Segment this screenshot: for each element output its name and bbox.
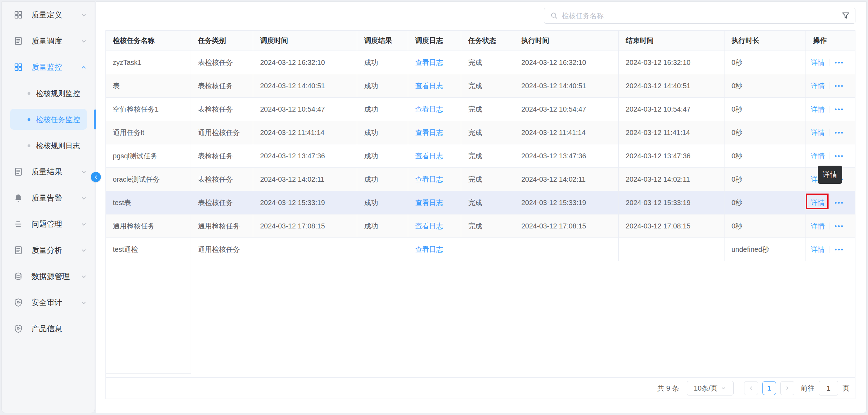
sidebar-menu: 质量定义质量调度质量监控检核规则监控检核任务监控检核规则日志质量结果质量告警问题… [2,2,95,342]
divider [830,82,830,89]
sidebar-item-quality-monitoring[interactable]: 质量监控 [2,54,95,80]
cell-duration: 0秒 [724,191,806,214]
bullet-dot-icon [28,92,30,95]
cell-name: oracle测试任务 [106,168,191,191]
column-header: 检核任务名称 [106,31,191,51]
sidebar-subitem-task-monitoring[interactable]: 检核任务监控 [2,106,95,133]
detail-link[interactable]: 详情 [811,128,825,137]
sidebar-item-issue-management[interactable]: 问题管理 [2,211,95,237]
detail-link[interactable]: 详情 [811,58,825,67]
cell-operations: 详情 [806,238,855,261]
sidebar-item-product-info[interactable]: 产品信息 [2,316,95,342]
view-log-link[interactable]: 查看日志 [415,81,443,91]
sidebar-subitem-label: 检核任务监控 [36,115,80,124]
sidebar-item-quality-analysis[interactable]: 质量分析 [2,237,95,263]
sidebar-subitem-rule-logs[interactable]: 检核规则日志 [2,133,95,159]
cell-name: 通用检核任务 [106,214,191,238]
column-header: 调度结果 [357,31,408,51]
more-actions-ellipsis-icon[interactable] [835,202,843,204]
cell-end_time: 2024-03-12 10:54:47 [619,98,724,121]
column-header: 调度日志 [408,31,461,51]
cell-result: 成功 [357,214,408,238]
detail-link[interactable]: 详情 [811,245,825,254]
cell-duration: 0秒 [724,121,806,144]
sidebar-item-label: 数据源管理 [31,271,70,282]
cell-type: 通用检核任务 [191,214,253,238]
column-header: 执行时间 [514,31,619,51]
sidebar-subitem-label: 检核规则监控 [36,89,80,98]
table-row: 空值检核任务1表检核任务2024-03-12 10:54:47成功查看日志完成2… [106,98,855,121]
view-log-link[interactable]: 查看日志 [415,198,443,208]
sidebar-item-label: 质量分析 [31,245,62,256]
sidebar-item-quality-scheduling[interactable]: 质量调度 [2,28,95,54]
prev-page-button[interactable] [744,381,758,395]
cell-type: 表检核任务 [191,51,253,74]
detail-link[interactable]: 详情 [811,151,825,161]
cell-name: 通用任务lt [106,121,191,144]
divider [830,59,830,66]
more-actions-ellipsis-icon[interactable] [835,108,843,110]
more-actions-ellipsis-icon[interactable] [835,225,843,227]
view-log-link[interactable]: 查看日志 [415,151,443,161]
more-actions-ellipsis-icon[interactable] [835,85,843,87]
cell-exec_time: 2024-03-12 11:41:14 [514,121,619,144]
cell-exec_time: 2024-03-12 13:47:36 [514,144,619,168]
view-log-link[interactable]: 查看日志 [415,175,443,184]
cell-name: 空值检核任务1 [106,98,191,121]
cell-duration: 0秒 [724,74,806,98]
search-input[interactable] [562,12,838,20]
sidebar-item-datasource-management[interactable]: 数据源管理 [2,263,95,289]
chevron-left-icon [93,174,99,180]
table-body: zyzTask1表检核任务2024-03-12 16:32:10成功查看日志完成… [106,51,855,261]
cell-result: 成功 [357,74,408,98]
cell-schedule_time [253,238,357,261]
more-actions-ellipsis-icon[interactable] [835,249,843,250]
page-size-select[interactable]: 10条/页 [687,381,734,395]
cell-result [357,238,408,261]
cell-status: 完成 [461,121,514,144]
cell-name: zyzTask1 [106,51,191,74]
chevron-left-icon [748,385,754,391]
detail-link[interactable]: 详情 [811,221,825,231]
cell-result: 成功 [357,168,408,191]
sidebar-collapse-button[interactable] [91,172,101,182]
cell-end_time: 2024-03-12 16:32:10 [619,51,724,74]
goto-page-input[interactable] [819,381,838,395]
cell-operations: 详情 [806,51,855,74]
cell-result: 成功 [357,191,408,214]
view-log-link[interactable]: 查看日志 [415,221,443,231]
view-log-link[interactable]: 查看日志 [415,58,443,67]
sidebar-item-quality-definition[interactable]: 质量定义 [2,2,95,28]
pagination-total: 共 9 条 [657,384,679,393]
page-number-1[interactable]: 1 [762,381,776,395]
cell-result: 成功 [357,144,408,168]
divider [830,199,830,206]
view-log-link[interactable]: 查看日志 [415,245,443,254]
chevron-down-icon [80,37,88,45]
more-actions-ellipsis-icon[interactable] [835,155,843,157]
detail-link[interactable]: 详情 [811,81,825,91]
cell-operations: 详情 [806,144,855,168]
filter-funnel-icon[interactable] [841,11,850,20]
cell-type: 表检核任务 [191,98,253,121]
detail-link[interactable]: 详情 [811,105,825,114]
sidebar-item-quality-alerts[interactable]: 质量告警 [2,185,95,211]
sidebar-subitem-rule-monitoring[interactable]: 检核规则监控 [2,80,95,106]
chevron-right-icon [784,385,790,391]
next-page-button[interactable] [780,381,794,395]
annotation-red-box [806,194,829,209]
view-log-link[interactable]: 查看日志 [415,105,443,114]
cell-name: test通检 [106,238,191,261]
cell-log: 查看日志 [408,74,461,98]
more-actions-ellipsis-icon[interactable] [835,132,843,134]
cell-log: 查看日志 [408,214,461,238]
cell-schedule_time: 2024-03-12 11:41:14 [253,121,357,144]
table-row: pgsql测试任务表检核任务2024-03-12 13:47:36成功查看日志完… [106,144,855,168]
sidebar-item-quality-results[interactable]: 质量结果 [2,159,95,185]
sidebar-item-security-audit[interactable]: 安全审计 [2,289,95,316]
cell-duration: 0秒 [724,144,806,168]
view-log-link[interactable]: 查看日志 [415,128,443,137]
cell-schedule_time: 2024-03-12 14:40:51 [253,74,357,98]
column-header: 任务类别 [191,31,253,51]
more-actions-ellipsis-icon[interactable] [835,62,843,63]
